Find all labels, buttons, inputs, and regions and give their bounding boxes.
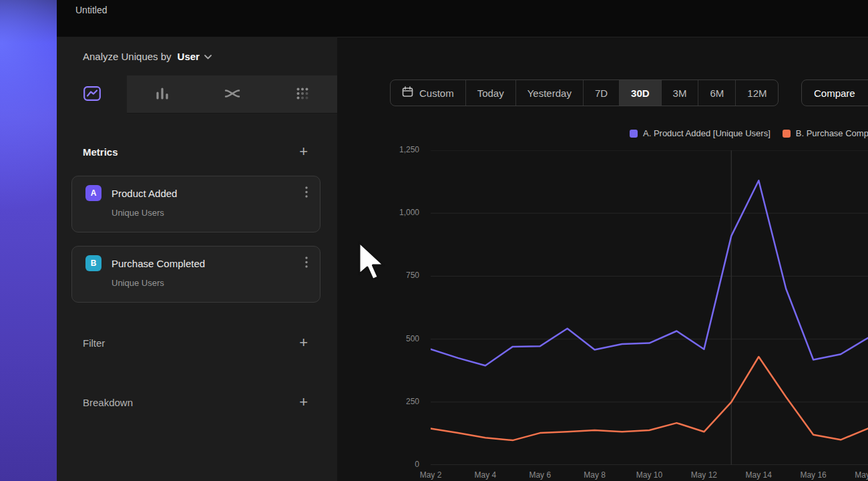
range-custom[interactable]: Custom [391, 80, 465, 106]
add-filter-button[interactable]: + [298, 335, 309, 350]
y-axis-label: 250 [364, 397, 419, 406]
metrics-section-header: Metrics + [57, 140, 337, 164]
y-axis-label: 500 [364, 334, 419, 343]
legend-swatch-a [630, 130, 638, 138]
metric-title: Product Added [112, 188, 177, 199]
range-30d[interactable]: 30D [619, 80, 661, 106]
range-6m[interactable]: 6M [698, 80, 735, 106]
x-axis-label: May 2 [411, 470, 451, 480]
add-metric-button[interactable]: + [298, 144, 309, 159]
filter-label: Filter [83, 337, 105, 349]
document-title[interactable]: Untitled [75, 5, 107, 15]
app-screen: Untitled Analyze Uniques by User [0, 0, 868, 481]
analyze-by-value: User [178, 51, 200, 62]
legend-item-b[interactable]: B. Purchase Completed [Unique Users] [783, 128, 868, 138]
analyze-header: Analyze Uniques by User [57, 37, 337, 75]
report-type-tabs [57, 75, 337, 114]
legend-swatch-b [783, 130, 791, 138]
tab-retention[interactable] [267, 75, 337, 114]
analyze-label: Analyze Uniques by [83, 51, 172, 62]
metric-card-b[interactable]: B Purchase Completed Unique Users [71, 246, 320, 303]
range-today[interactable]: Today [465, 80, 515, 106]
line-chart-svg[interactable] [431, 150, 868, 465]
x-axis-label: May 14 [738, 470, 779, 480]
date-range-group: Custom Today Yesterday 7D 30D 3M 6M 12M [390, 79, 779, 106]
calendar-icon [402, 86, 413, 100]
metric-badge-b: B [85, 255, 101, 271]
x-axis-label: May 6 [520, 470, 560, 480]
x-axis-label: May 8 [575, 470, 615, 480]
insights-chart-icon [83, 86, 101, 103]
line-chart-plot[interactable] [431, 150, 868, 465]
legend-item-a[interactable]: A. Product Added [Unique Users] [630, 128, 771, 138]
retention-grid-icon [295, 86, 310, 103]
tab-flows[interactable] [197, 75, 267, 114]
bar-chart-icon [155, 86, 170, 103]
x-axis-label: May 18 [848, 470, 868, 480]
range-12m[interactable]: 12M [735, 80, 778, 106]
compare-button[interactable]: Compare [801, 79, 868, 106]
metric-counting-method[interactable]: Unique Users [112, 278, 309, 288]
chart-legend: A. Product Added [Unique Users] B. Purch… [630, 128, 868, 138]
left-gradient-strip [0, 0, 57, 481]
add-breakdown-button[interactable]: + [298, 395, 309, 410]
y-axis-label: 1,000 [364, 208, 419, 217]
flows-icon [224, 87, 240, 102]
metric-badge-a: A [85, 185, 101, 201]
metric-counting-method[interactable]: Unique Users [112, 208, 309, 218]
chart-panel: Custom Today Yesterday 7D 30D 3M 6M 12M … [337, 37, 868, 481]
metrics-label: Metrics [83, 146, 118, 158]
x-axis-label: May 10 [630, 470, 670, 480]
range-yesterday[interactable]: Yesterday [515, 80, 583, 106]
metric-card-a[interactable]: A Product Added Unique Users [71, 176, 320, 232]
metric-options-button[interactable] [304, 185, 309, 201]
y-axis-label: 750 [364, 271, 419, 280]
y-axis-label: 0 [364, 460, 419, 469]
tab-insights[interactable] [57, 75, 127, 114]
x-axis-label: May 12 [684, 470, 724, 480]
range-7d[interactable]: 7D [583, 80, 619, 106]
tab-funnels[interactable] [127, 75, 197, 114]
breakdown-label: Breakdown [83, 397, 133, 408]
y-axis-label: 1,250 [364, 145, 419, 154]
filter-section-header: Filter + [57, 331, 337, 355]
x-axis-label: May 4 [465, 470, 505, 480]
x-axis-label: May 16 [793, 470, 833, 480]
top-bar: Untitled [57, 0, 868, 37]
metric-options-button[interactable] [304, 255, 309, 271]
analyze-by-dropdown[interactable]: User [178, 51, 212, 62]
breakdown-section-header: Breakdown + [57, 390, 337, 414]
range-3m[interactable]: 3M [661, 80, 698, 106]
metric-title: Purchase Completed [112, 258, 205, 269]
query-panel: Analyze Uniques by User [57, 37, 337, 481]
chevron-down-icon [204, 51, 212, 61]
